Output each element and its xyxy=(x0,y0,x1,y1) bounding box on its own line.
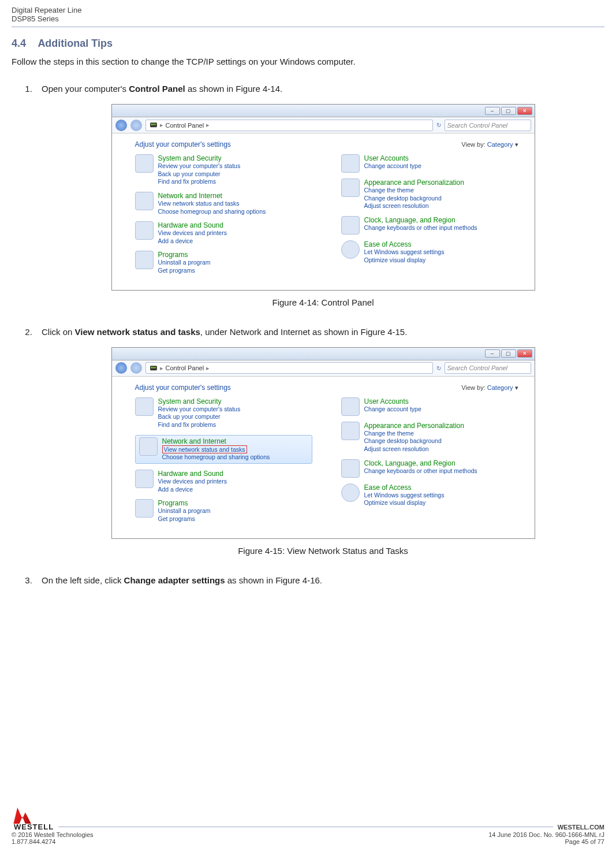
category-sublink[interactable]: Change the theme xyxy=(364,187,464,195)
breadcrumb-sep-2: ▸ xyxy=(160,364,163,372)
category-sublink[interactable]: Review your computer's status xyxy=(158,162,241,170)
cp-category-item[interactable]: System and SecurityReview your computer'… xyxy=(135,397,312,429)
breadcrumb-dropdown-icon-2[interactable]: ▸ xyxy=(206,364,210,372)
view-by-2[interactable]: View by: Category ▾ xyxy=(461,384,518,392)
nav-forward-button[interactable] xyxy=(130,120,142,131)
category-sublink[interactable]: View devices and printers xyxy=(158,229,227,237)
category-sublink[interactable]: Adjust screen resolution xyxy=(364,445,464,453)
category-icon xyxy=(341,240,360,259)
close-button[interactable]: ✕ xyxy=(517,107,532,115)
step-1-pre: Open your computer's xyxy=(42,84,129,94)
breadcrumb[interactable]: 📟 ▸ Control Panel ▸ xyxy=(145,120,433,131)
category-title[interactable]: Network and Internet xyxy=(162,437,270,445)
viewby-value: Category xyxy=(487,141,513,148)
window-titlebar: – ▢ ✕ xyxy=(112,105,535,117)
maximize-button-2[interactable]: ▢ xyxy=(501,349,516,358)
category-sublink[interactable]: Change desktop background xyxy=(364,437,464,445)
nav-forward-button-2[interactable] xyxy=(130,362,142,374)
category-sublink[interactable]: Change account type xyxy=(364,405,421,414)
cp-category-item[interactable]: ProgramsUninstall a programGet programs xyxy=(135,499,312,523)
minimize-button[interactable]: – xyxy=(485,107,500,115)
category-sublink[interactable]: Back up your computer xyxy=(158,170,241,178)
view-by[interactable]: View by: Category ▾ xyxy=(461,141,518,148)
search-input-2[interactable]: Search Control Panel xyxy=(445,362,531,374)
category-sublink[interactable]: Get programs xyxy=(158,267,211,275)
category-title[interactable]: Appearance and Personalization xyxy=(364,178,464,187)
category-title[interactable]: Hardware and Sound xyxy=(158,221,227,229)
category-title[interactable]: Network and Internet xyxy=(158,192,266,200)
control-panel-window-2: – ▢ ✕ 📟 ▸ Control Panel ▸ ↻ Search C xyxy=(111,347,535,539)
category-title[interactable]: Ease of Access xyxy=(364,240,445,248)
category-title[interactable]: User Accounts xyxy=(364,154,421,162)
category-sublink[interactable]: Add a device xyxy=(158,486,227,494)
category-sublink[interactable]: Change keyboards or other input methods xyxy=(364,224,477,232)
category-sublink[interactable]: Choose homegroup and sharing options xyxy=(162,453,270,462)
cp-category-item[interactable]: Ease of AccessLet Windows suggest settin… xyxy=(341,240,518,264)
cp-category-item[interactable]: Hardware and SoundView devices and print… xyxy=(135,470,312,493)
cp-category-item[interactable]: Ease of AccessLet Windows suggest settin… xyxy=(341,483,518,507)
category-icon xyxy=(135,470,154,488)
cp-category-item[interactable]: User AccountsChange account type xyxy=(341,397,518,416)
category-title[interactable]: User Accounts xyxy=(364,397,421,405)
cp-category-item[interactable]: ProgramsUninstall a programGet programs xyxy=(135,251,312,274)
category-title[interactable]: Clock, Language, and Region xyxy=(364,459,477,467)
category-title[interactable]: Appearance and Personalization xyxy=(364,422,464,430)
control-panel-body-2: Adjust your computer's settings View by:… xyxy=(112,377,535,538)
category-sublink[interactable]: Optimize visual display xyxy=(364,499,445,507)
cp-category-item[interactable]: Network and InternetView network status … xyxy=(135,435,312,464)
category-title[interactable]: System and Security xyxy=(158,397,241,405)
cp-category-item[interactable]: System and SecurityReview your computer'… xyxy=(135,154,312,186)
cp-category-item[interactable]: Network and InternetView network status … xyxy=(135,192,312,215)
cp-category-item[interactable]: Clock, Language, and RegionChange keyboa… xyxy=(341,216,518,235)
category-sublink[interactable]: View devices and printers xyxy=(158,478,227,486)
category-sublink[interactable]: Adjust screen resolution xyxy=(364,202,464,210)
search-input[interactable]: Search Control Panel xyxy=(445,120,531,131)
category-title[interactable]: Programs xyxy=(158,251,211,259)
category-sublink[interactable]: Uninstall a program xyxy=(158,259,211,267)
breadcrumb-text: Control Panel xyxy=(166,122,204,129)
category-sublink[interactable]: Find and fix problems xyxy=(158,178,241,186)
category-sublink[interactable]: Find and fix problems xyxy=(158,421,241,429)
header-line-1: Digital Repeater Line xyxy=(12,6,604,14)
step-3-pre: On the left side, click xyxy=(42,575,124,585)
refresh-icon[interactable]: ↻ xyxy=(436,122,441,128)
nav-back-button[interactable] xyxy=(115,120,127,131)
category-sublink[interactable]: Let Windows suggest settings xyxy=(364,248,445,256)
section-title-text: Additional Tips xyxy=(38,38,113,49)
category-sublink[interactable]: Review your computer's status xyxy=(158,405,241,414)
nav-back-button-2[interactable] xyxy=(115,362,127,374)
category-title[interactable]: Ease of Access xyxy=(364,483,445,492)
category-sublink[interactable]: Get programs xyxy=(158,515,211,523)
category-sublink[interactable]: Add a device xyxy=(158,237,227,245)
category-sublink[interactable]: Change the theme xyxy=(364,430,464,438)
category-title[interactable]: Clock, Language, and Region xyxy=(364,216,477,224)
category-sublink[interactable]: Optimize visual display xyxy=(364,256,445,265)
category-sublink[interactable]: Let Windows suggest settings xyxy=(364,492,445,500)
category-sublink[interactable]: Back up your computer xyxy=(158,413,241,421)
minimize-button-2[interactable]: – xyxy=(485,349,500,358)
section-heading: 4.4 Additional Tips xyxy=(12,38,604,50)
footer-url: WESTELL.COM xyxy=(558,824,604,831)
maximize-button[interactable]: ▢ xyxy=(501,107,516,115)
cp-category-item[interactable]: Appearance and PersonalizationChange the… xyxy=(341,178,518,210)
category-sublink[interactable]: Change desktop background xyxy=(364,195,464,203)
category-sublink[interactable]: Choose homegroup and sharing options xyxy=(158,208,266,216)
breadcrumb-2[interactable]: 📟 ▸ Control Panel ▸ xyxy=(145,362,433,374)
cp-category-item[interactable]: User AccountsChange account type xyxy=(341,154,518,173)
category-sublink[interactable]: View network status and tasks xyxy=(158,200,266,208)
category-sublink[interactable]: Change keyboards or other input methods xyxy=(364,467,477,475)
close-button-2[interactable]: ✕ xyxy=(517,349,532,358)
breadcrumb-dropdown-icon[interactable]: ▸ xyxy=(206,121,210,129)
category-sublink[interactable]: Uninstall a program xyxy=(158,507,211,515)
logo-mark-icon xyxy=(12,808,31,824)
cp-category-item[interactable]: Hardware and SoundView devices and print… xyxy=(135,221,312,245)
category-sublink[interactable]: Change account type xyxy=(364,162,421,170)
category-sublink[interactable]: View network status and tasks xyxy=(162,445,270,454)
cp-category-item[interactable]: Appearance and PersonalizationChange the… xyxy=(341,422,518,453)
category-title[interactable]: Hardware and Sound xyxy=(158,470,227,478)
refresh-icon-2[interactable]: ↻ xyxy=(436,365,441,371)
cp-category-item[interactable]: Clock, Language, and RegionChange keyboa… xyxy=(341,459,518,478)
category-title[interactable]: System and Security xyxy=(158,154,241,162)
steps-list: Open your computer's Control Panel as sh… xyxy=(35,84,604,585)
category-title[interactable]: Programs xyxy=(158,499,211,507)
